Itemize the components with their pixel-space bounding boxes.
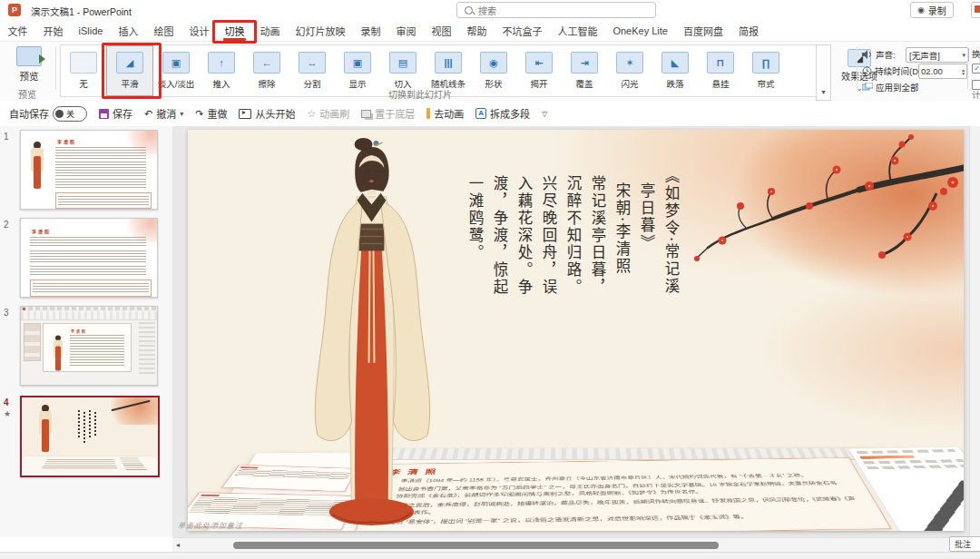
toggle-off-icon[interactable]: 关 (53, 106, 87, 122)
animation-painter-button[interactable]: ☆ 动画刷 (307, 106, 349, 121)
tab-jianbao[interactable]: 简报 (730, 20, 766, 41)
send-to-back-icon (361, 110, 371, 118)
poem-line: 常记溪亭日暮， (585, 168, 610, 386)
transition-reveal[interactable]: ▣ 显示 (335, 45, 380, 96)
mini-ppt-icon (23, 308, 25, 310)
transition-split[interactable]: ↔ 分割 (289, 45, 335, 96)
dropdown-arrow-icon: ▾ (962, 52, 965, 59)
group-label-preview: 预览 (18, 87, 36, 101)
tab-file[interactable]: 文件 (0, 20, 35, 41)
checkbox-checked-icon[interactable]: ✓ (972, 64, 980, 74)
plum-blossoms (694, 134, 958, 261)
undo-button[interactable]: ↶ 撤消 ▾ (144, 106, 183, 121)
split-segments-button[interactable]: A 拆成多段 (475, 106, 530, 121)
scroll-left-icon[interactable]: ◂ (176, 541, 180, 549)
spinner-icons[interactable]: ▴▾ (962, 68, 965, 75)
transition-shape[interactable]: ◉ 形状 (471, 45, 516, 96)
horizontal-scrollbar[interactable]: ◂ ▸ (172, 537, 980, 553)
poem-text-vertical[interactable]: 《如梦令·常记溪 亭日暮》 宋朝·李清照 常记溪亭日暮， 沉醉不知归路。 兴尽晚… (449, 168, 683, 386)
advance-label-partial: 换 (972, 47, 980, 60)
slide-number-selected: 4 (4, 397, 16, 407)
slide-thumbnail-2[interactable]: 李清照 (20, 218, 158, 298)
redo-button[interactable]: ↷ 重做 (195, 106, 227, 121)
transition-split-icon: ↔ (299, 52, 326, 74)
tab-bukeng-box[interactable]: 不坑盒子 (495, 20, 550, 41)
transition-fade[interactable]: ▣ 淡入/淡出 (153, 45, 199, 96)
notes-placeholder[interactable]: 单击此处添加备注 (177, 520, 244, 530)
transition-reveal-icon: ▣ (344, 52, 371, 74)
tab-design[interactable]: 设计 (181, 20, 217, 41)
remove-animation-icon (426, 108, 430, 119)
slide-canvas[interactable]: 李清照 李清照（1084 年—约 1155 年），号易安居士，齐州章丘（今山东省… (188, 130, 964, 531)
tab-islide[interactable]: iSlide (71, 20, 111, 41)
transition-fall-over-icon: ◣ (662, 52, 689, 74)
scrollbar-thumb[interactable] (233, 542, 719, 549)
save-button[interactable]: 保存 (99, 106, 132, 121)
tab-transitions[interactable]: 切换 (217, 20, 252, 41)
redo-icon: ↷ (195, 108, 203, 120)
transition-push-icon: ↑ (208, 52, 235, 74)
from-beginning-button[interactable]: 从头开始 (239, 106, 295, 121)
transition-hang[interactable]: ⊓ 悬挂 (698, 45, 743, 96)
group-separator (967, 46, 968, 89)
transition-random-bars-icon: ||| (435, 52, 462, 74)
tab-review[interactable]: 审阅 (388, 20, 424, 41)
gallery-more-button[interactable]: ▾ (816, 44, 831, 101)
toolbar-overflow-button[interactable]: ▽ (542, 110, 547, 118)
transition-curtains-icon: ∏ (752, 52, 779, 74)
classical-woman-painting (297, 137, 446, 525)
preview-button[interactable]: 预览 (7, 46, 51, 86)
transition-cover[interactable]: ⇥ 覆盖 (562, 45, 607, 96)
slide-thumbnail-3[interactable]: 李清照 (20, 306, 158, 386)
group-separator (55, 46, 56, 89)
remove-animation-button[interactable]: 去动画 (426, 106, 464, 121)
transition-uncover[interactable]: ⇤ 揭开 (516, 45, 562, 96)
transition-wipe[interactable]: ← 擦除 (244, 45, 289, 96)
transition-star-icon: ★ (4, 409, 11, 418)
record-button[interactable]: ◉ 录制 (910, 2, 954, 18)
ribbon-tab-bar: 文件 开始 iSlide 插入 绘图 设计 切换 动画 幻灯片放映 录制 审阅 … (0, 20, 980, 41)
poem-line: 渡，争渡，惊起 (487, 168, 512, 386)
tab-animations[interactable]: 动画 (252, 20, 288, 41)
tab-baidu-netdisk[interactable]: 百度网盘 (675, 20, 730, 41)
tab-record[interactable]: 录制 (353, 20, 388, 41)
transition-fade-icon: ▣ (162, 52, 190, 74)
undo-dropdown-icon[interactable]: ▾ (180, 110, 183, 118)
tab-help[interactable]: 帮助 (459, 20, 495, 41)
plum-blossom-branch (664, 130, 964, 275)
transition-flash[interactable]: ✶ 闪光 (607, 45, 652, 96)
ribbon-transitions: 预览 预览 无 ◢ 平滑 ▣ 淡入/淡出 ↑ 推入 ← 擦除 ↔ 分割 ▣ (0, 41, 980, 103)
transition-none[interactable]: 无 (61, 45, 106, 96)
transition-fall-over[interactable]: ◣ 跌落 (652, 45, 698, 96)
autosave-toggle[interactable]: 自动保存 关 (9, 106, 87, 122)
tab-draw[interactable]: 绘图 (146, 20, 181, 41)
transition-push[interactable]: ↑ 推入 (199, 45, 244, 96)
slide-thumbnail-4-selected[interactable] (20, 396, 160, 477)
transition-flash-icon: ✶ (616, 52, 643, 74)
tab-insert[interactable]: 插入 (111, 20, 146, 41)
slide-editor-area: 李清照 李清照（1084 年—约 1155 年），号易安居士，齐州章丘（今山东省… (172, 126, 980, 537)
sound-select[interactable]: [无声音] ▾ (906, 47, 969, 63)
slide-number: 3 (4, 308, 16, 318)
comments-button[interactable]: 批注 (949, 536, 980, 552)
tab-ai[interactable]: 人工智能 (550, 20, 605, 41)
preview-icon (16, 46, 42, 66)
search-input[interactable]: 搜索 (456, 2, 656, 18)
apply-to-all-button[interactable]: 应用到全部 (862, 80, 919, 94)
tab-slideshow[interactable]: 幻灯片放映 (288, 20, 353, 41)
slide-thumbnail-1[interactable]: 李清照 (20, 130, 158, 210)
transition-morph[interactable]: ◢ 平滑 (106, 45, 153, 96)
transition-cut-icon: ▤ (389, 52, 416, 74)
save-icon (99, 109, 109, 119)
presenter-button-partial[interactable] (971, 2, 980, 18)
transition-morph-icon: ◢ (116, 52, 143, 74)
send-to-back-button[interactable]: 置于底层 (361, 106, 415, 121)
apply-to-all-icon (862, 83, 873, 92)
duration-input[interactable]: 02.00 ▴▾ (918, 64, 967, 79)
vertical-scrollbar[interactable] (969, 126, 980, 537)
tab-view[interactable]: 视图 (424, 20, 459, 41)
tab-home[interactable]: 开始 (35, 20, 71, 41)
transition-curtains[interactable]: ∏ 帘式 (743, 45, 789, 96)
quick-access-toolbar: 自动保存 关 保存 ↶ 撤消 ▾ ↷ 重做 从头开始 ☆ 动画刷 置于底层 去动… (0, 101, 980, 127)
tab-onekey-lite[interactable]: OneKey Lite (605, 20, 676, 41)
